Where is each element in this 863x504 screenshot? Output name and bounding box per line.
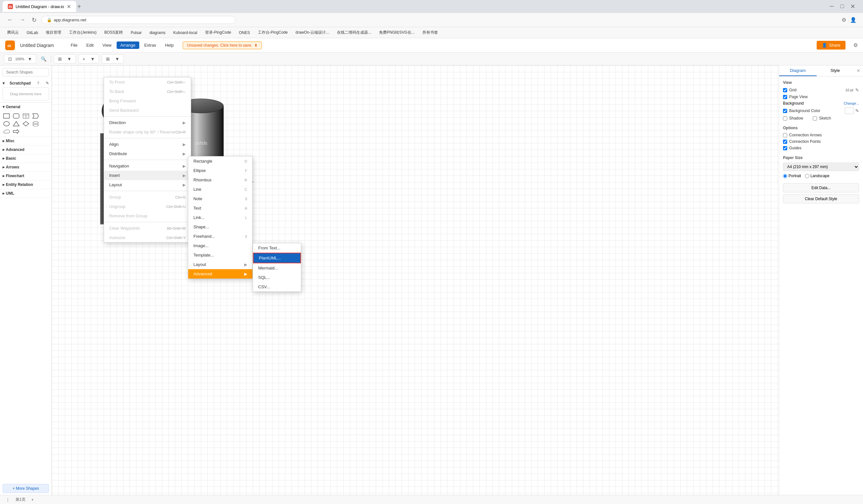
portrait-radio[interactable] [783,174,787,178]
menu-insert[interactable]: Insert ▶ [104,171,191,180]
category-advanced-header[interactable]: ▸ Advanced [0,146,51,154]
clear-default-style-button[interactable]: Clear Default Style [783,194,859,203]
scratchpad-drag-area[interactable]: Drag elements here [3,87,49,100]
bookmark-tencent[interactable]: 腾讯云 [5,29,21,36]
shadow-checkbox[interactable] [783,116,787,121]
menu-help[interactable]: Help [161,41,177,49]
bookmark-pulsar[interactable]: Pulsar [129,30,143,36]
scratchpad-edit-icon[interactable]: ✎ [46,81,49,86]
insert-link[interactable]: Link... L [188,213,252,222]
shape-diamond[interactable] [21,120,30,127]
bookmark-jenkins[interactable]: 工作台(Jenkins) [67,29,99,36]
connection-points-checkbox[interactable] [783,140,787,144]
background-color-swatch[interactable] [845,108,854,114]
zoom-dropdown-btn[interactable]: ▼ [26,55,34,63]
right-panel-close[interactable]: ✕ [854,65,863,76]
active-tab[interactable]: dx Untitled Diagram - draw.io ✕ [3,1,76,12]
category-flowchart-header[interactable]: ▸ Flowchart [0,172,51,180]
shape-table[interactable] [21,112,30,119]
table-btn[interactable]: ⊞ [104,55,112,63]
unsaved-badge[interactable]: Unsaved changes. Click here to save. ⬇ [183,41,261,49]
minimize-icon[interactable]: ─ [830,3,834,10]
url-bar[interactable]: 🔒 app.diagrams.net [41,16,236,24]
close-icon[interactable]: ✕ [850,3,855,10]
table-dropdown-btn[interactable]: ▼ [113,55,122,63]
insert-advanced[interactable]: Advanced ▶ [188,269,252,279]
menu-align[interactable]: Align ▶ [104,140,191,149]
page-btn[interactable]: ⊡ [6,55,14,63]
connection-arrows-checkbox[interactable] [783,133,787,137]
bookmark-qrcode[interactable]: 在线二维码生成器... [335,29,373,36]
shape-rect[interactable] [2,112,11,119]
forward-button[interactable]: → [17,15,27,25]
insert-line[interactable]: Line C [188,185,252,194]
bookmark-drawon[interactable]: drawOn-云端设计... [293,29,331,36]
insert-template[interactable]: Template... [188,250,252,260]
shape-circle[interactable] [2,120,11,127]
bookmark-ones[interactable]: ONES [237,30,252,36]
insert-rhombus[interactable]: Rhombus R [188,175,252,185]
advanced-csv[interactable]: CSV... [253,282,301,291]
menu-arrange[interactable]: Arrange [117,41,139,49]
category-arrows-header[interactable]: ▸ Arrows [0,163,51,171]
advanced-from-text[interactable]: From Text... [253,243,301,253]
advanced-sql[interactable]: SQL... [253,273,301,282]
new-tab-button[interactable]: + [77,3,81,10]
page-view-checkbox[interactable] [783,95,787,99]
shape-cloud[interactable] [2,128,11,135]
category-basic-header[interactable]: ▸ Basic [0,154,51,163]
bookmark-pm[interactable]: 项目管理 [44,29,63,36]
shape-step[interactable] [31,112,40,119]
insert-text[interactable]: Text A [188,203,252,213]
advanced-mermaid[interactable]: Mermaid... [253,263,301,273]
canvas-area[interactable]: sfsfs [52,65,779,495]
portrait-option[interactable]: Portrait [783,174,801,178]
page-options-button[interactable]: ⋮ [4,497,12,503]
menu-extras[interactable]: Extras [140,41,160,49]
bookmark-pingcode2[interactable]: 工作台-PingCode [256,29,290,36]
menu-view[interactable]: View [99,41,115,49]
share-button[interactable]: 👤 Share [817,41,846,50]
menu-direction[interactable]: Direction ▶ [104,118,191,127]
grid-edit-icon[interactable]: ✎ [855,87,859,93]
grid-checkbox[interactable] [783,88,787,92]
guides-checkbox[interactable] [783,146,787,150]
more-shapes-button[interactable]: + More Shapes [3,484,49,493]
menu-navigation[interactable]: Navigation ▶ [104,161,191,171]
tab-style[interactable]: Style [817,65,854,76]
paper-size-select[interactable]: A4 (210 mm x 297 mm) [783,163,859,171]
insert-ellipse[interactable]: Ellipse F [188,166,252,175]
category-entity-relation-header[interactable]: ▸ Entity Relation [0,180,51,189]
edit-data-button[interactable]: Edit Data... [783,183,859,192]
landscape-radio[interactable] [805,174,809,178]
bookmark-gitlab[interactable]: GitLab [25,30,40,36]
bg-color-edit-icon[interactable]: ✎ [855,108,859,113]
add-page-button[interactable]: + [29,497,36,503]
scratchpad-help[interactable]: ? [37,81,39,86]
extensions-icon[interactable]: ⚙ [840,15,848,24]
advanced-plantuml[interactable]: PlantUML... [253,253,301,263]
insert-shape[interactable]: Shape... [188,222,252,231]
shape-cylinder[interactable] [31,120,40,127]
background-color-checkbox[interactable] [783,109,787,113]
maximize-icon[interactable]: □ [840,3,844,10]
fit-btn[interactable]: ⊞ [56,55,64,63]
insert-layout[interactable]: Layout ▶ [188,260,252,269]
tab-diagram[interactable]: Diagram [779,65,817,76]
insert-dropdown-btn[interactable]: ▼ [88,55,97,63]
menu-file[interactable]: File [67,41,81,49]
menu-edit[interactable]: Edit [83,41,98,49]
bookmark-boss[interactable]: BOSS直聘 [102,29,125,36]
zoom-in-btn[interactable]: 🔍 [39,55,48,63]
shape-arrow[interactable] [12,128,21,135]
shape-rect-rounded[interactable] [12,112,21,119]
bookmark-pingcode[interactable]: 登录-PingCode [203,29,233,36]
menu-distribute[interactable]: Distribute ▶ [104,149,191,159]
settings-icon[interactable]: ⚙ [853,42,858,48]
insert-image[interactable]: Image... [188,241,252,250]
insert-freehand[interactable]: Freehand... X [188,231,252,241]
category-uml-header[interactable]: ▸ UML [0,189,51,198]
bookmark-png[interactable]: 免费PNG转SVG在... [377,29,416,36]
bookmark-diagrams[interactable]: diagrams [147,30,167,36]
search-shapes-input[interactable] [3,68,49,76]
